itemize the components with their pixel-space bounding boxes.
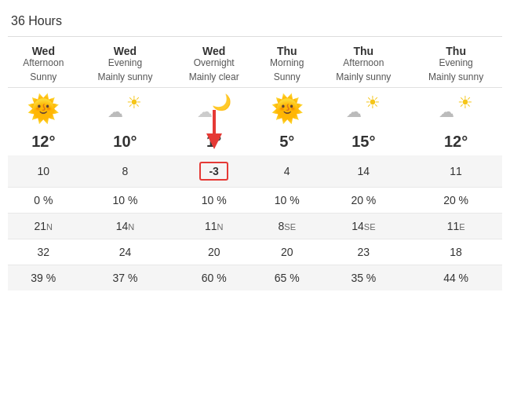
col-period-0: Afternoon	[8, 57, 79, 70]
col-gust-1: 24	[79, 239, 172, 265]
col-wind-3: 8SE	[257, 214, 317, 239]
col-icon-3: 🌞	[257, 88, 317, 129]
col-high-3: 5°	[257, 128, 317, 155]
col-humidity-3: 65 %	[257, 265, 317, 291]
col-low-5: 11	[410, 155, 502, 188]
sun-icon: 🌞	[27, 93, 60, 123]
col-condition-2: Mainly clear	[171, 70, 257, 88]
col-humidity-1: 37 %	[79, 265, 172, 291]
col-period-4: Afternoon	[317, 57, 410, 70]
col-day-2: Wed	[171, 37, 257, 57]
col-gust-4: 23	[317, 239, 410, 265]
col-period-1: Evening	[79, 57, 172, 70]
col-day-5: Thu	[410, 37, 502, 57]
col-humidity-2: 60 %	[171, 265, 257, 291]
col-day-4: Thu	[317, 37, 410, 57]
partly-cloudy-icon: ☀ ☁	[439, 93, 473, 121]
col-low-1: 8	[79, 155, 172, 188]
col-low-0: 10	[8, 155, 79, 188]
col-high-4: 15°	[317, 128, 410, 155]
col-precip-0: 0 %	[8, 188, 79, 214]
sun-icon: 🌞	[271, 93, 304, 123]
col-low-3: 4	[257, 155, 317, 188]
night-cloudy-icon: 🌙 ☁	[197, 93, 231, 121]
col-condition-3: Sunny	[257, 70, 317, 88]
col-humidity-0: 39 %	[8, 265, 79, 291]
col-icon-2: 🌙 ☁	[171, 88, 257, 129]
weather-table: WedWedWedThuThuThu AfternoonEveningOvern…	[8, 37, 502, 290]
col-day-3: Thu	[257, 37, 317, 57]
col-day-0: Wed	[8, 37, 79, 57]
col-period-2: Overnight	[171, 57, 257, 70]
col-humidity-5: 44 %	[410, 265, 502, 291]
col-high-0: 12°	[8, 128, 79, 155]
col-icon-0: 🌞	[8, 88, 79, 129]
col-gust-0: 32	[8, 239, 79, 265]
col-wind-0: 21N	[8, 214, 79, 239]
col-high-5: 12°	[410, 128, 502, 155]
col-wind-2: 11N	[171, 214, 257, 239]
page-title: 36 Hours	[8, 8, 502, 37]
col-period-3: Morning	[257, 57, 317, 70]
col-high-2: 1°	[171, 128, 257, 155]
col-precip-2: 10 %	[171, 188, 257, 214]
col-condition-1: Mainly sunny	[79, 70, 172, 88]
col-low-4: 14	[317, 155, 410, 188]
col-precip-3: 10 %	[257, 188, 317, 214]
col-period-5: Evening	[410, 57, 502, 70]
col-day-1: Wed	[79, 37, 172, 57]
col-condition-5: Mainly sunny	[410, 70, 502, 88]
partly-cloudy-icon: ☀ ☁	[107, 93, 142, 121]
col-wind-1: 14N	[79, 214, 172, 239]
col-gust-5: 18	[410, 239, 502, 265]
col-humidity-4: 35 %	[317, 265, 410, 291]
col-low-2: -3	[171, 155, 257, 188]
col-gust-2: 20	[171, 239, 257, 265]
partly-cloudy-icon: ☀ ☁	[346, 93, 381, 121]
col-precip-4: 20 %	[317, 188, 410, 214]
col-icon-5: ☀ ☁	[410, 88, 502, 129]
col-precip-1: 10 %	[79, 188, 172, 214]
col-precip-5: 20 %	[410, 188, 502, 214]
col-condition-0: Sunny	[8, 70, 79, 88]
col-condition-4: Mainly sunny	[317, 70, 410, 88]
col-icon-4: ☀ ☁	[317, 88, 410, 129]
col-wind-5: 11E	[410, 214, 502, 239]
col-wind-4: 14SE	[317, 214, 410, 239]
col-high-1: 10°	[79, 128, 172, 155]
col-icon-1: ☀ ☁	[79, 88, 172, 129]
col-gust-3: 20	[257, 239, 317, 265]
